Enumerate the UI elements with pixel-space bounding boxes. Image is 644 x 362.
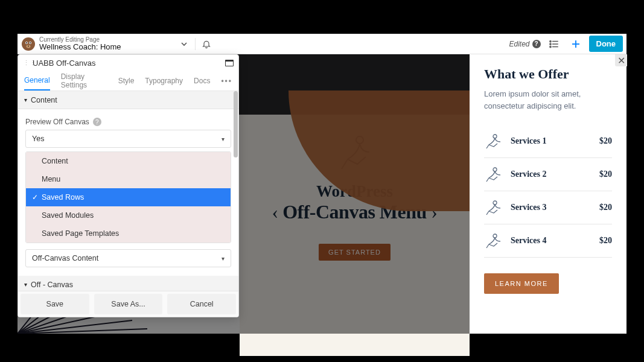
page-title-block: Currently Editing Page Wellness Coach: H… xyxy=(39,35,121,52)
separator xyxy=(195,38,196,50)
drag-grip-icon[interactable]: ⋮⋮ xyxy=(23,59,29,67)
preview-help-icon[interactable]: ? xyxy=(93,118,101,126)
preview-select[interactable]: Yes ▾ xyxy=(25,130,231,148)
section-offcanvas-label: Off - Canvas xyxy=(31,281,73,289)
service-row: Services 1 $20 xyxy=(484,125,612,158)
edited-indicator: Edited ? xyxy=(509,40,540,48)
service-name: Services 4 xyxy=(511,236,591,246)
notification-bell-icon[interactable] xyxy=(198,36,215,52)
save-as-button[interactable]: Save As... xyxy=(94,294,163,314)
edited-help-icon[interactable]: ? xyxy=(532,40,541,48)
preview-select-value: Yes xyxy=(32,135,44,143)
section-content-body: Preview Off Canvas ? Yes ▾ Content Menu … xyxy=(18,109,238,272)
check-icon: ✓ xyxy=(32,193,38,202)
scrollbar-thumb[interactable] xyxy=(234,91,238,157)
section-content-header[interactable]: ▾ Content xyxy=(18,91,238,109)
svg-point-10 xyxy=(549,40,550,42)
service-price: $20 xyxy=(599,236,612,246)
modal-footer: Save Save As... Cancel xyxy=(18,291,238,317)
logo-icon xyxy=(21,37,36,51)
offcanvas-heading: What we Offer xyxy=(484,66,612,82)
more-tabs-icon[interactable]: ••• xyxy=(221,77,232,85)
topbar: Currently Editing Page Wellness Coach: H… xyxy=(18,34,626,54)
save-button[interactable]: Save xyxy=(21,294,89,314)
svg-point-6 xyxy=(28,45,29,46)
offcanvas-content-value: Off-Canvas Content xyxy=(32,254,98,262)
service-price: $20 xyxy=(599,170,612,179)
content-type-dropdown: Content Menu ✓Saved Rows Saved Modules S… xyxy=(25,151,231,243)
tab-general[interactable]: General xyxy=(24,71,50,91)
svg-point-4 xyxy=(30,42,31,43)
tab-typography[interactable]: Typography xyxy=(145,72,183,90)
svg-point-0 xyxy=(22,37,35,51)
cancel-button[interactable]: Cancel xyxy=(167,294,236,314)
svg-point-3 xyxy=(26,42,27,43)
service-row: Services 3 $20 xyxy=(484,191,612,224)
option-saved-page-templates[interactable]: Saved Page Templates xyxy=(26,224,231,243)
modal-header[interactable]: ⋮⋮ UABB Off-Canvas xyxy=(18,55,238,71)
offcanvas-content-select[interactable]: Off-Canvas Content ▾ xyxy=(25,249,231,267)
edited-label: Edited xyxy=(509,40,529,48)
preview-label: Preview Off Canvas ? xyxy=(25,118,231,126)
svg-point-12 xyxy=(549,46,550,47)
service-row: Services 2 $20 xyxy=(484,158,612,191)
modal-body: ▾ Content Preview Off Canvas ? Yes ▾ Con… xyxy=(18,91,238,291)
yoga-icon xyxy=(484,200,502,215)
close-offcanvas-icon[interactable]: ✕ xyxy=(615,54,627,66)
chevron-down-icon: ▾ xyxy=(222,136,225,142)
service-name: Services 2 xyxy=(511,170,591,179)
modal-title: UABB Off-Canvas xyxy=(33,59,96,68)
done-button[interactable]: Done xyxy=(589,36,623,52)
service-price: $20 xyxy=(599,203,612,212)
module-settings-modal: ⋮⋮ UABB Off-Canvas General Display Setti… xyxy=(18,54,239,317)
tab-docs[interactable]: Docs xyxy=(194,72,210,90)
offcanvas-panel: What we Offer Lorem ipsum dolor sit amet… xyxy=(470,54,626,334)
add-content-icon[interactable] xyxy=(567,36,584,52)
learn-more-button[interactable]: LEARN MORE xyxy=(484,273,559,294)
service-row: Services 4 $20 xyxy=(484,224,612,258)
service-name: Services 1 xyxy=(511,136,591,146)
yoga-icon xyxy=(484,133,502,149)
option-saved-modules[interactable]: Saved Modules xyxy=(26,206,231,224)
preview-label-text: Preview Off Canvas xyxy=(25,118,89,126)
yoga-icon xyxy=(484,233,502,249)
svg-point-24 xyxy=(493,168,497,171)
svg-point-26 xyxy=(493,234,497,238)
chevron-down-icon: ▾ xyxy=(24,97,27,103)
option-menu[interactable]: Menu xyxy=(26,170,231,188)
tab-style[interactable]: Style xyxy=(118,72,135,90)
modal-tabs: General Display Settings Style Typograph… xyxy=(18,71,238,91)
option-content[interactable]: Content xyxy=(26,152,231,170)
section-offcanvas-header[interactable]: ▾ Off - Canvas xyxy=(18,276,238,291)
svg-point-11 xyxy=(549,43,550,44)
service-price: $20 xyxy=(599,136,612,146)
svg-point-23 xyxy=(493,135,497,138)
chevron-down-icon: ▾ xyxy=(24,281,27,288)
window-mode-icon[interactable] xyxy=(225,60,234,66)
topbar-right: Edited ? Done xyxy=(509,36,626,52)
tab-display-settings[interactable]: Display Settings xyxy=(61,68,107,94)
outline-panel-icon[interactable] xyxy=(546,36,563,52)
yoga-icon xyxy=(484,167,502,182)
section-content-label: Content xyxy=(31,96,57,104)
app-frame: Currently Editing Page Wellness Coach: H… xyxy=(18,34,626,334)
option-saved-rows[interactable]: ✓Saved Rows xyxy=(26,188,231,206)
chevron-down-icon: ▾ xyxy=(222,255,225,262)
offcanvas-blurb: Lorem ipsum dolor sit amet, consectetur … xyxy=(484,88,612,112)
page-dropdown-chevron-icon[interactable] xyxy=(176,36,193,52)
page-title: Wellness Coach: Home xyxy=(39,43,121,51)
svg-point-25 xyxy=(493,201,497,205)
service-name: Services 3 xyxy=(511,203,591,212)
